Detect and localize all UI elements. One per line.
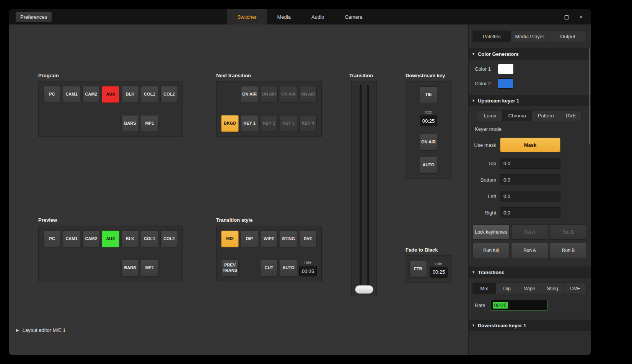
transition-rate-input[interactable]: 00:25 [490,300,547,310]
transition-style-section: Transition style MIX DIP WIPE STING DVE … [216,217,322,281]
program-button-blk[interactable]: BLK [121,86,139,103]
key1-button[interactable]: KEY 1 [241,115,258,132]
tbar-handle[interactable] [355,285,373,294]
ftb-rate: rate 00:25 [430,261,448,278]
run-full-button[interactable]: Run full [472,243,510,258]
trans-tab-wipe[interactable]: Wipe [518,283,541,294]
program-button-pc[interactable]: PC [43,86,61,103]
ftb-button[interactable]: FTB [409,261,427,278]
tab-palettes[interactable]: Palettes [472,31,511,42]
preview-button-blk[interactable]: BLK [121,231,139,247]
tab-media[interactable]: Media [267,9,301,24]
program-button-aux[interactable]: AUX [102,86,119,103]
transitions-header[interactable]: ▼ Transitions [469,266,591,278]
tab-camera[interactable]: Camera [334,9,373,24]
keyer-tab-chroma[interactable]: Chroma [503,110,532,121]
maximize-icon[interactable]: ▢ [564,14,569,20]
color-generators-header[interactable]: ▼ Color Generators [469,48,591,60]
keyer-tab-dve[interactable]: DVE [560,110,582,121]
mix-button[interactable]: MIX [221,231,239,247]
program-button-mp1[interactable]: MP1 [141,115,158,132]
transition-tbar [351,81,377,296]
sidebar: Palettes Media Player Output ▼ Color Gen… [468,24,591,355]
style-rate-value[interactable]: 00:25 [299,266,317,276]
preview-button-cam2[interactable]: CAM2 [82,231,100,247]
keyframe-button-row: Lock keyframes Set A Set B [472,224,587,240]
minimize-icon[interactable]: − [549,14,555,20]
dsk-auto-button[interactable]: AUTO [420,157,437,174]
program-button-col2[interactable]: COL2 [160,86,178,103]
set-a-button[interactable]: Set A [511,224,548,240]
action-row: PREV TRANS CUT AUTO rate 00:25 [221,260,317,276]
trans-tab-sting[interactable]: Sting [541,283,564,294]
preview-button-aux[interactable]: AUX [102,231,119,247]
color1-label: Color 1 [475,66,495,72]
program-button-cam1[interactable]: CAM1 [63,86,80,103]
ftb-rate-value[interactable]: 00:25 [430,267,448,278]
program-button-cam2[interactable]: CAM2 [82,86,100,103]
preview-button-col2[interactable]: COL2 [160,231,178,247]
sting-button[interactable]: STING [280,231,297,247]
key3-button[interactable]: KEY 3 [280,115,297,132]
on-air-button-1[interactable]: ON AIR [241,86,258,103]
preview-button-bars[interactable]: BARS [121,260,139,276]
color-row: Color 1 [475,64,591,74]
upstream-keyer-title: Upstream keyer 1 [478,98,519,104]
wipe-button[interactable]: WIPE [260,231,278,247]
keyer-tab-pattern[interactable]: Pattern [532,110,560,121]
prev-trans-button[interactable]: PREV TRANS [221,260,239,276]
layout-editor-expander[interactable]: ▶ Layout editor M/E 1 [16,327,65,333]
program-button-col1[interactable]: COL1 [141,86,158,103]
tab-media-player[interactable]: Media Player [511,31,549,42]
bkgd-button[interactable]: BKGD [221,115,239,132]
trans-tab-mix[interactable]: Mix [472,283,496,294]
mask-left-row: Left [472,191,591,202]
dve-button[interactable]: DVE [299,231,317,247]
downstream-keyer-header[interactable]: ▼ Downstream keyer 1 [469,320,591,331]
color1-swatch[interactable] [498,64,514,74]
sidebar-scrollbar[interactable] [589,48,590,144]
dip-button[interactable]: DIP [241,231,258,247]
cut-button[interactable]: CUT [260,260,278,276]
on-air-button-3[interactable]: ON AIR [280,86,297,103]
switcher-main: Program PC CAM1 CAM2 AUX BLK COL1 COL2 B… [9,24,468,355]
tie-button[interactable]: TIE [420,86,437,103]
preview-button-col1[interactable]: COL1 [141,231,158,247]
mask-top-input[interactable] [500,158,560,169]
preview-button-pc[interactable]: PC [43,231,61,247]
lock-keyframes-button[interactable]: Lock keyframes [472,224,510,240]
mask-toggle-button[interactable]: Mask [500,138,560,152]
close-icon[interactable]: × [578,14,584,20]
preview-button-cam1[interactable]: CAM1 [63,231,80,247]
trans-tab-dip[interactable]: Dip [496,283,519,294]
dsk-rate-value[interactable]: 00:25 [420,115,437,126]
upstream-keyer-header[interactable]: ▼ Upstream keyer 1 [469,95,591,106]
trans-tab-dve[interactable]: DVE [564,283,587,294]
auto-button[interactable]: AUTO [280,260,297,276]
keyer-tab-luma[interactable]: Luma [478,110,503,121]
key4-button[interactable]: KEY 4 [299,115,317,132]
mask-right-input[interactable] [500,207,560,218]
mask-right-row: Right [472,207,591,218]
tab-output[interactable]: Output [549,31,587,42]
key2-button[interactable]: KEY 2 [260,115,278,132]
run-b-button[interactable]: Run B [550,243,587,258]
mask-left-input[interactable] [500,191,560,202]
color2-swatch[interactable] [498,78,514,89]
program-button-bars[interactable]: BARS [121,115,139,132]
on-air-button-2[interactable]: ON AIR [260,86,278,103]
tab-switcher[interactable]: Switcher [227,9,267,24]
chevron-down-icon: ▼ [472,323,475,327]
transition-title: Transition [349,73,377,79]
on-air-button-4[interactable]: ON AIR [299,86,317,103]
mask-bottom-input[interactable] [500,174,560,185]
tab-audio[interactable]: Audio [301,9,334,24]
preferences-button[interactable]: Preferences [15,12,52,22]
expander-arrow-icon: ▶ [16,328,19,332]
dsk-on-air-button[interactable]: ON AIR [420,134,437,151]
set-b-button[interactable]: Set B [550,224,587,240]
preview-button-mp1[interactable]: MP1 [141,260,158,276]
run-button-row: Run full Run A Run B [472,243,587,258]
transition-section: Transition [349,73,377,296]
run-a-button[interactable]: Run A [511,243,548,258]
